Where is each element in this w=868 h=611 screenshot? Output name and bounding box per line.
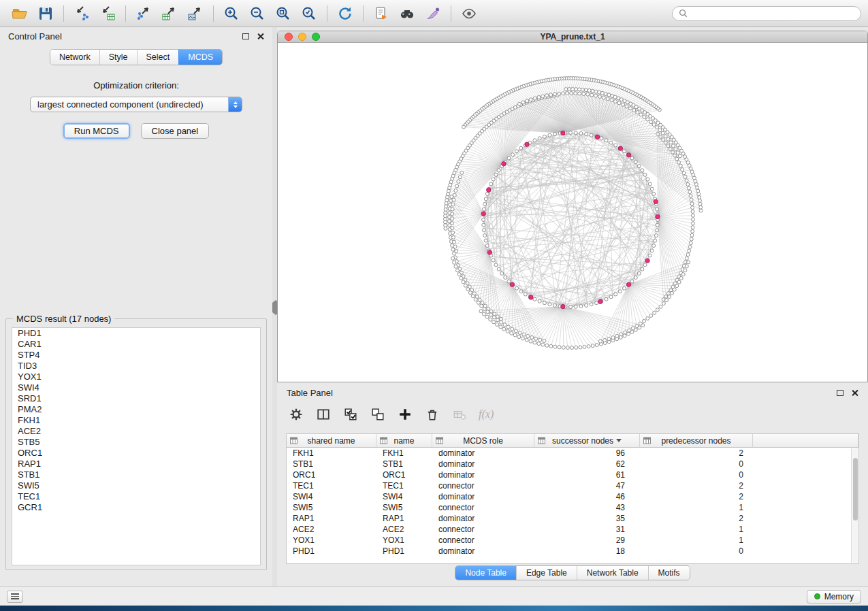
- close-panel-icon[interactable]: [257, 33, 264, 40]
- optimization-criterion-label: Optimization criterion:: [0, 80, 272, 90]
- table-settings-button[interactable]: [288, 406, 304, 423]
- table-row[interactable]: STB1 STB1 dominator 62 0: [287, 459, 858, 469]
- mcds-result-item[interactable]: FKH1: [12, 415, 260, 426]
- export-network-button[interactable]: [131, 3, 157, 24]
- float-table-panel-icon[interactable]: [837, 390, 843, 396]
- mcds-result-item[interactable]: STP4: [12, 350, 260, 361]
- memory-status-icon: [814, 593, 820, 599]
- splitter-collapse-icons[interactable]: [272, 303, 277, 312]
- tab-mcds[interactable]: MCDS: [178, 50, 222, 65]
- export-image-button[interactable]: [182, 3, 208, 24]
- export-table-icon: [161, 5, 178, 22]
- search-input[interactable]: [692, 9, 854, 18]
- table-row[interactable]: SWI5 SWI5 connector 43 1: [287, 502, 858, 513]
- apply-style-button[interactable]: [420, 3, 446, 24]
- open-file-button[interactable]: [7, 3, 33, 24]
- mcds-result-item[interactable]: SRD1: [12, 393, 260, 404]
- table-row[interactable]: ORC1 ORC1 dominator 61 0: [287, 469, 858, 480]
- mcds-result-item[interactable]: YOX1: [12, 371, 260, 382]
- open-folder-icon: [11, 5, 29, 22]
- dropdown-stepper-icon: [228, 97, 242, 112]
- export-table-button[interactable]: [157, 3, 182, 24]
- toolbar-separator: [451, 5, 451, 22]
- mcds-result-item[interactable]: TID3: [12, 361, 260, 371]
- eye-icon: [461, 5, 477, 22]
- toolbar-separator: [63, 5, 64, 22]
- add-column-button[interactable]: [397, 406, 413, 423]
- control-panel-tabs: Network Style Select MCDS: [0, 49, 272, 65]
- share-document-button[interactable]: [368, 3, 394, 24]
- columns-icon: [317, 408, 330, 421]
- search-objects-button[interactable]: [394, 3, 420, 24]
- show-graphics-details-button[interactable]: [456, 3, 482, 24]
- column-header-shared-name[interactable]: shared name: [287, 434, 376, 447]
- mcds-result-item[interactable]: CAR1: [12, 339, 260, 350]
- tab-style[interactable]: Style: [99, 50, 137, 65]
- tab-network-table[interactable]: Network Table: [577, 566, 648, 580]
- network-canvas[interactable]: [278, 43, 867, 382]
- search-box[interactable]: [672, 6, 861, 21]
- float-panel-icon[interactable]: [242, 33, 249, 39]
- run-mcds-button[interactable]: Run MCDS: [63, 123, 130, 139]
- mcds-result-item[interactable]: PHD1: [12, 328, 260, 339]
- refresh-view-button[interactable]: [332, 3, 358, 24]
- mcds-result-item[interactable]: SWI5: [12, 480, 260, 491]
- tab-motifs[interactable]: Motifs: [648, 566, 690, 580]
- mcds-result-item[interactable]: STB5: [12, 437, 260, 448]
- zoom-fit-button[interactable]: [270, 3, 296, 24]
- tab-select[interactable]: Select: [137, 50, 179, 65]
- tab-edge-table[interactable]: Edge Table: [516, 566, 577, 580]
- status-bar: Memory: [0, 587, 868, 606]
- trash-icon: [425, 408, 439, 421]
- table-row[interactable]: RAP1 RAP1 dominator 35 2: [287, 513, 858, 524]
- memory-button[interactable]: Memory: [807, 590, 861, 604]
- vertical-splitter[interactable]: [272, 27, 277, 587]
- task-history-button[interactable]: [7, 591, 23, 603]
- scrollbar-thumb[interactable]: [853, 458, 858, 521]
- delete-table-button-disabled: [451, 406, 468, 423]
- show-columns-button[interactable]: [315, 406, 332, 423]
- deselect-all-button[interactable]: [370, 406, 386, 423]
- mcds-result-item[interactable]: GCR1: [12, 502, 260, 513]
- zoom-in-button[interactable]: [219, 3, 244, 24]
- tab-node-table[interactable]: Node Table: [455, 566, 516, 580]
- table-panel-header: Table Panel: [277, 384, 868, 401]
- network-window: YPA_prune.txt_1: [277, 31, 868, 382]
- table-row[interactable]: PHD1 PHD1 dominator 18 0: [287, 546, 858, 557]
- tab-network[interactable]: Network: [50, 50, 99, 65]
- zoom-selected-button[interactable]: [296, 3, 322, 24]
- table-row[interactable]: ACE2 ACE2 connector 31 1: [287, 524, 858, 535]
- deselect-all-icon: [371, 408, 385, 421]
- mcds-result-item[interactable]: ACE2: [12, 426, 260, 437]
- table-row[interactable]: SWI4 SWI4 dominator 46 2: [287, 491, 858, 502]
- zoom-out-button[interactable]: [244, 3, 270, 24]
- select-all-button[interactable]: [342, 406, 359, 423]
- column-header-mcds-role[interactable]: MCDS role: [432, 434, 534, 447]
- mcds-result-item[interactable]: STB1: [12, 469, 260, 480]
- toolbar-separator: [327, 5, 327, 22]
- delete-column-button[interactable]: [424, 406, 440, 423]
- table-row[interactable]: FKH1 FKH1 dominator 96 2: [287, 448, 858, 459]
- column-header-name[interactable]: name: [376, 434, 432, 447]
- mcds-result-item[interactable]: TEC1: [12, 491, 260, 502]
- import-table-icon: [99, 5, 116, 22]
- mcds-result-item[interactable]: PMA2: [12, 404, 260, 415]
- column-header-predecessor-nodes[interactable]: predecessor nodes: [640, 434, 753, 447]
- save-session-button[interactable]: [33, 3, 59, 24]
- mcds-result-list[interactable]: PHD1CAR1STP4TID3YOX1SWI4SRD1PMA2FKH1ACE2…: [12, 327, 261, 565]
- mcds-result-item[interactable]: SWI4: [12, 382, 260, 393]
- import-table-button[interactable]: [95, 3, 120, 24]
- style-brush-icon: [425, 5, 441, 22]
- close-panel-button[interactable]: Close panel: [141, 123, 210, 139]
- network-window-titlebar[interactable]: YPA_prune.txt_1: [278, 31, 867, 43]
- column-header-successor-nodes[interactable]: successor nodes: [534, 434, 640, 447]
- criterion-dropdown[interactable]: largest connected component (undirected): [30, 97, 242, 112]
- table-row[interactable]: YOX1 YOX1 connector 29 1: [287, 535, 858, 546]
- import-network-button[interactable]: [69, 3, 95, 24]
- criterion-dropdown-value: largest connected component (undirected): [31, 99, 228, 110]
- close-table-panel-icon[interactable]: [851, 389, 858, 397]
- table-row[interactable]: TEC1 TEC1 connector 47 2: [287, 480, 858, 491]
- mcds-result-item[interactable]: RAP1: [12, 459, 260, 469]
- table-scrollbar[interactable]: [851, 448, 858, 563]
- mcds-result-item[interactable]: ORC1: [12, 448, 260, 459]
